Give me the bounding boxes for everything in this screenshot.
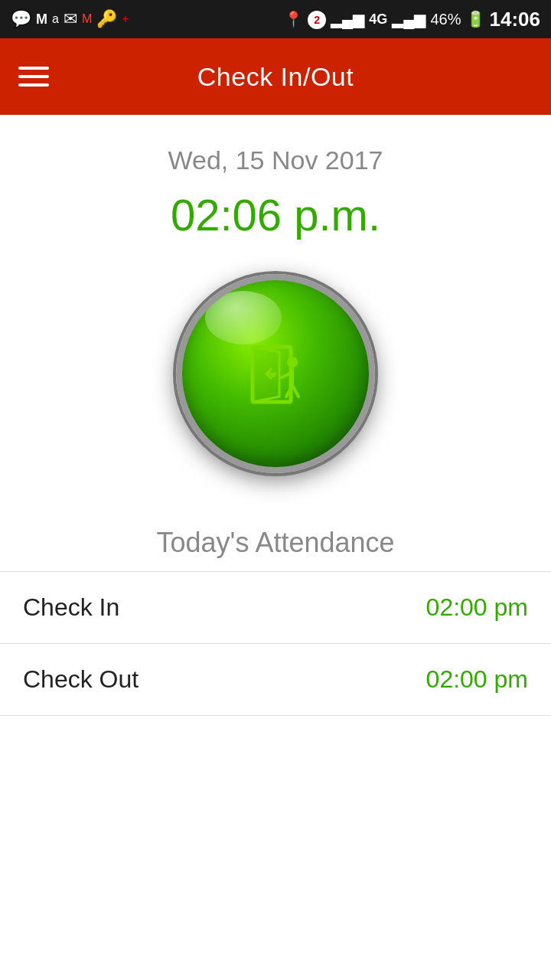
door-icon (237, 335, 314, 412)
location-icon: 📍 (284, 10, 303, 28)
check-out-row: Check Out 02:00 pm (0, 644, 551, 716)
attendance-title: Today's Attendance (0, 511, 551, 572)
status-bar-right-icons: 📍 2 ▂▄▆ 4G ▂▄▆ 46% 🔋 14:06 (284, 8, 540, 31)
gmail-icon: M (82, 12, 92, 26)
key-icon: 🔑 (96, 9, 117, 29)
toolbar: Check In/Out (0, 38, 551, 115)
check-in-label: Check In (23, 593, 119, 622)
status-bar: 💬 M a ✉ M 🔑 + 📍 2 ▂▄▆ 4G ▂▄▆ 46% 🔋 14:06 (0, 0, 551, 38)
check-in-time: 02:00 pm (426, 593, 528, 622)
check-in-row: Check In 02:00 pm (0, 572, 551, 644)
4g-icon: 4G (369, 11, 387, 28)
menu-button[interactable] (18, 67, 49, 87)
hamburger-line-1 (18, 67, 49, 70)
svg-point-6 (271, 373, 276, 377)
check-out-label: Check Out (23, 665, 139, 694)
current-time: 02:06 p.m. (171, 189, 380, 240)
svg-point-1 (287, 357, 298, 368)
mail-icon: ✉ (64, 9, 77, 29)
amazon-icon: a (52, 12, 59, 26)
current-date: Wed, 15 Nov 2017 (168, 145, 383, 175)
battery-percent: 46% (430, 11, 461, 28)
check-out-time: 02:00 pm (426, 665, 528, 694)
whatsapp-icon: 💬 (11, 9, 31, 29)
signal-icon: ▂▄▆ (331, 10, 364, 28)
battery-icon: 🔋 (466, 10, 485, 28)
svg-line-4 (292, 385, 298, 397)
care-icon: + (122, 12, 129, 26)
main-content: Wed, 15 Nov 2017 02:06 p.m. (0, 115, 551, 716)
status-time: 14:06 (490, 8, 541, 31)
badge-count: 2 (308, 11, 326, 29)
m-icon: M (36, 11, 47, 28)
checkin-button-wrapper (176, 274, 375, 473)
page-title: Check In/Out (197, 62, 354, 92)
notification-badge: 2 (308, 10, 326, 29)
data-signal-icon: ▂▄▆ (392, 10, 425, 28)
checkin-button[interactable] (176, 274, 375, 473)
hamburger-line-2 (18, 75, 49, 78)
attendance-section: Today's Attendance Check In 02:00 pm Che… (0, 511, 551, 716)
status-bar-left-icons: 💬 M a ✉ M 🔑 + (11, 9, 129, 29)
hamburger-line-3 (18, 83, 49, 87)
